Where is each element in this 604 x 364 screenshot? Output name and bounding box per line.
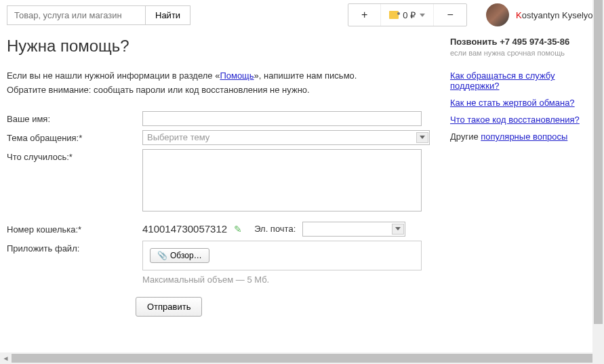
call-subtitle: если вам нужна срочная помощь [450,49,599,57]
scroll-left-icon[interactable]: ◄ [0,352,12,364]
search-button[interactable]: Найти [146,5,190,25]
attach-label: Приложить файл: [7,241,142,254]
select-handle-icon [416,132,428,143]
add-money-button[interactable]: + [348,4,381,26]
name-label: Ваше имя: [7,111,142,124]
desc-textarea[interactable] [142,149,422,211]
desc-label: Что случилось:* [7,149,142,162]
scrollbar-thumb[interactable] [12,354,592,363]
browse-button[interactable]: 📎 Обзор… [150,248,209,263]
wallet-label: Номер кошелька:* [7,222,142,235]
chevron-down-icon [420,14,425,17]
subject-select[interactable]: Выберите тему [142,130,430,145]
scrollbar-horizontal[interactable]: ◄ ► [0,352,604,364]
page-title: Нужна помощь? [7,37,430,56]
email-label: Эл. почта: [254,224,296,234]
other-questions: Другие популярные вопросы [450,132,599,142]
file-note: Максимальный объем — 5 Мб. [142,275,430,285]
file-dropzone: 📎 Обзор… [142,241,422,270]
select-handle-icon [392,224,404,235]
balance-dropdown[interactable]: 0 ₽ [381,4,434,26]
money-group: + 0 ₽ − [348,3,467,26]
clip-icon: 📎 [157,251,167,260]
search-input[interactable] [7,5,146,25]
subject-label: Тема обращения:* [7,130,142,143]
withdraw-money-button[interactable]: − [434,4,466,26]
avatar[interactable] [486,3,509,26]
scrollbar-corner [592,352,604,364]
wallet-number: 410014730057312 [142,223,227,235]
header: Найти + 0 ₽ − Kostyantyn Kyselyov [7,3,597,37]
faq-link-support[interactable]: Как обращаться в службу поддержки? [450,70,599,91]
email-select[interactable] [302,222,405,237]
call-title: Позвонить +7 495 974-35-86 [450,37,599,47]
wallet-icon [389,11,399,19]
name-input[interactable] [142,111,422,126]
scrollbar-thumb[interactable] [594,0,603,324]
faq-link-fraud[interactable]: Как не стать жертвой обмана? [450,98,599,108]
edit-wallet-icon[interactable]: ✎ [234,224,242,235]
scrollbar-vertical[interactable] [592,0,604,353]
submit-button[interactable]: Отправить [136,297,202,317]
intro-text: Если вы не нашли нужной информации в раз… [7,69,430,98]
username[interactable]: Kostyantyn Kyselyov [516,10,597,20]
balance-value: 0 ₽ [403,10,416,20]
help-link[interactable]: Помощь [220,70,254,81]
faq-link-recovery[interactable]: Что такое код восстановления? [450,115,599,125]
popular-questions-link[interactable]: популярные вопросы [481,132,567,142]
sidebar: Позвонить +7 495 974-35-86 если вам нужн… [450,37,599,317]
